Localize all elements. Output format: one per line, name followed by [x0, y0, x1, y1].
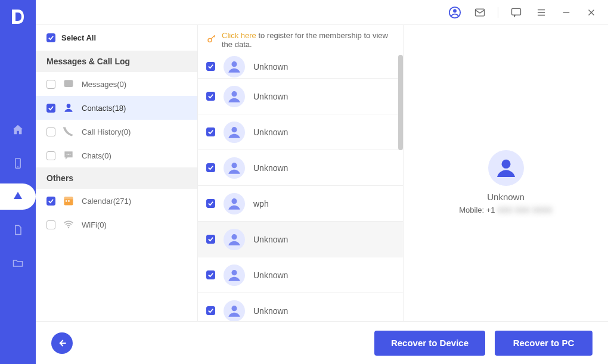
sidebar-item-label: Messages(0) — [82, 80, 126, 89]
footer: Recover to Device Recover to PC — [36, 321, 608, 364]
svg-point-9 — [68, 154, 69, 155]
sidebar-item-contacts[interactable]: Contacts(18) — [36, 96, 197, 120]
titlebar — [0, 0, 608, 25]
sidebar-item-label: Call History(0) — [82, 127, 131, 136]
sidebar-item-label: Contacts(18) — [82, 104, 126, 113]
contacts-icon — [61, 101, 76, 115]
calendar-icon — [61, 194, 76, 208]
contact-row[interactable]: Unknown — [198, 79, 403, 114]
svg-rect-12 — [64, 197, 73, 199]
sidebar-item-label: WiFi(0) — [82, 220, 107, 229]
svg-rect-3 — [512, 8, 521, 15]
svg-rect-13 — [66, 200, 67, 202]
avatar-icon — [224, 86, 245, 107]
messages-icon — [61, 77, 76, 91]
contact-row[interactable]: Unknown — [198, 293, 403, 321]
checkbox[interactable] — [46, 80, 55, 89]
promo-link[interactable]: Click here — [222, 31, 256, 40]
contact-row[interactable]: Unknown — [198, 150, 403, 186]
contact-name: Unknown — [253, 127, 395, 137]
nav-cloud[interactable] — [0, 180, 36, 213]
sidebar-item-wifi[interactable]: WiFi(0) — [36, 213, 197, 237]
checkbox[interactable] — [206, 62, 215, 71]
select-all-row[interactable]: Select All — [36, 25, 197, 51]
checkbox[interactable] — [46, 104, 55, 113]
select-all-label: Select All — [61, 33, 96, 42]
nav-home[interactable] — [0, 113, 36, 147]
avatar-icon — [224, 229, 245, 250]
recover-to-device-button[interactable]: Recover to Device — [374, 331, 485, 356]
back-button[interactable] — [51, 332, 73, 354]
sidebar-item-label: Chats(0) — [82, 151, 111, 160]
svg-point-24 — [231, 306, 237, 311]
select-all-checkbox[interactable] — [46, 33, 55, 42]
checkbox[interactable] — [206, 235, 215, 244]
minimize-icon[interactable] — [558, 4, 575, 21]
svg-point-1 — [453, 9, 457, 13]
chat-icon — [61, 148, 76, 163]
svg-point-17 — [231, 61, 237, 67]
feedback-icon[interactable] — [508, 4, 525, 21]
nav-folder[interactable] — [0, 247, 36, 280]
svg-point-18 — [231, 91, 237, 97]
svg-point-22 — [231, 234, 237, 239]
checkbox[interactable] — [206, 92, 215, 101]
avatar-icon — [224, 265, 245, 286]
contact-row[interactable]: Unknown — [198, 114, 403, 150]
checkbox[interactable] — [46, 151, 55, 160]
avatar-icon — [224, 122, 245, 143]
sidebar-item-chats[interactable]: Chats(0) — [36, 144, 197, 167]
svg-rect-2 — [476, 9, 485, 16]
promo-bar: Click here to register for the membershi… — [198, 25, 403, 55]
contact-name: Unknown — [253, 235, 395, 244]
svg-point-15 — [68, 227, 70, 229]
svg-rect-14 — [68, 200, 70, 202]
sidebar-item-messages[interactable]: Messages(0) — [36, 72, 197, 96]
key-icon — [206, 34, 217, 46]
contact-name: wph — [253, 199, 395, 209]
svg-point-26 — [501, 160, 510, 169]
contact-row[interactable]: wph — [198, 186, 403, 222]
account-icon[interactable] — [446, 4, 463, 21]
svg-point-23 — [231, 270, 237, 275]
contact-list-panel: Click here to register for the membershi… — [198, 25, 404, 321]
checkbox[interactable] — [206, 163, 215, 172]
app-logo-icon — [8, 7, 27, 26]
sidebar-item-calendar[interactable]: Calendar(271) — [36, 189, 197, 213]
svg-rect-6 — [64, 80, 73, 87]
detail-panel: Unknown Mobile: +1 000 000 0000 — [404, 25, 608, 321]
phone-icon — [61, 125, 76, 139]
mail-icon[interactable] — [471, 4, 488, 21]
category-panel: Select All Messages & Call Log Messages(… — [36, 25, 198, 321]
svg-point-21 — [231, 198, 237, 204]
contact-name: Unknown — [253, 163, 395, 173]
checkbox[interactable] — [206, 306, 215, 315]
svg-point-20 — [231, 163, 237, 168]
detail-mobile: Mobile: +1 000 000 0000 — [459, 206, 553, 214]
checkbox[interactable] — [46, 220, 55, 229]
contact-row[interactable]: Unknown — [198, 222, 403, 257]
checkbox[interactable] — [206, 127, 215, 136]
detail-avatar — [488, 150, 524, 186]
section-head-others: Others — [36, 167, 197, 189]
sidebar-item-callhistory[interactable]: Call History(0) — [36, 120, 197, 144]
checkbox[interactable] — [46, 127, 55, 136]
checkbox[interactable] — [46, 197, 55, 206]
menu-icon[interactable] — [533, 4, 550, 21]
wifi-icon — [61, 217, 76, 232]
checkbox[interactable] — [206, 199, 215, 208]
svg-point-7 — [67, 104, 71, 108]
svg-point-5 — [17, 166, 18, 167]
divider — [498, 7, 498, 18]
close-icon[interactable] — [583, 4, 600, 21]
contact-row[interactable]: Unknown — [198, 55, 403, 79]
nav-document[interactable] — [0, 213, 36, 247]
contact-name: Unknown — [253, 270, 395, 280]
contact-name: Unknown — [253, 306, 395, 316]
scrollbar-thumb[interactable] — [398, 55, 403, 150]
contact-row[interactable]: Unknown — [198, 257, 403, 293]
nav-phone[interactable] — [0, 147, 36, 180]
checkbox[interactable] — [206, 270, 215, 279]
contact-name: Unknown — [253, 92, 395, 101]
recover-to-pc-button[interactable]: Recover to PC — [495, 331, 593, 356]
